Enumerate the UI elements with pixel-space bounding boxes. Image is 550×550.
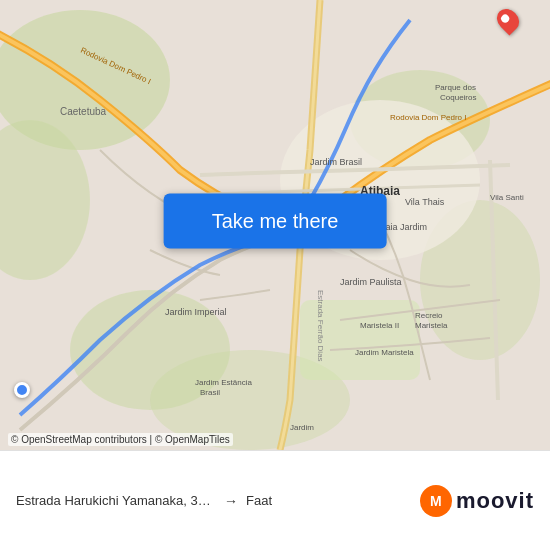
svg-text:Parque dos: Parque dos [435, 83, 476, 92]
svg-text:Jardim Brasil: Jardim Brasil [310, 157, 362, 167]
moovit-logo: moovit [420, 485, 534, 517]
origin-marker [14, 382, 30, 398]
svg-text:Recreio: Recreio [415, 311, 443, 320]
moovit-icon [420, 485, 452, 517]
svg-text:Jardim Imperial: Jardim Imperial [165, 307, 227, 317]
route-arrow: → [224, 493, 238, 509]
svg-text:Caetetuba: Caetetuba [60, 106, 107, 117]
svg-text:Jardim Estância: Jardim Estância [195, 378, 252, 387]
svg-text:Estrada Ferrão Dias: Estrada Ferrão Dias [316, 290, 325, 362]
map-container: Caetetuba Atibaia Jardim Brasil Alvinópo… [0, 0, 550, 450]
svg-text:Coqueiros: Coqueiros [440, 93, 476, 102]
route-to: Faat [246, 493, 272, 508]
svg-text:Jardim: Jardim [290, 423, 314, 432]
svg-text:Vila Santi: Vila Santi [490, 193, 524, 202]
svg-text:Brasil: Brasil [200, 388, 220, 397]
svg-text:Maristela: Maristela [415, 321, 448, 330]
svg-text:Jardim Maristela: Jardim Maristela [355, 348, 414, 357]
svg-text:Jardim Paulista: Jardim Paulista [340, 277, 402, 287]
svg-text:Maristela II: Maristela II [360, 321, 399, 330]
moovit-logo-image: moovit [420, 485, 534, 517]
moovit-text: moovit [456, 488, 534, 514]
svg-text:Rodovia Dom Pedro I: Rodovia Dom Pedro I [390, 113, 466, 122]
route-from: Estrada Harukichi Yamanaka, 3000 [16, 493, 216, 508]
osm-credit: © OpenStreetMap contributors | © OpenMap… [8, 433, 233, 446]
take-me-there-button[interactable]: Take me there [164, 193, 387, 248]
svg-text:Vila Thais: Vila Thais [405, 197, 445, 207]
route-info: Estrada Harukichi Yamanaka, 3000 → Faat [16, 493, 420, 509]
bottom-bar: Estrada Harukichi Yamanaka, 3000 → Faat … [0, 450, 550, 550]
